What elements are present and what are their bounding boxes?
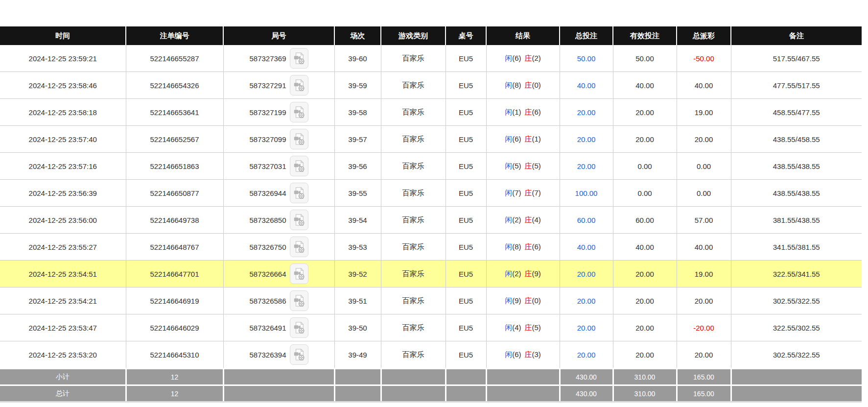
table-header: 时间 注单编号 局号 场次 游戏类别 桌号 结果 总投注 有效投注 总派彩 备注 bbox=[0, 26, 862, 45]
result-player-score: (8) bbox=[512, 81, 521, 89]
cell-result: 闲(6)庄(2) bbox=[486, 45, 560, 72]
table-row[interactable]: 2024-12-25 23:54:51 522146647701 5873266… bbox=[0, 261, 862, 287]
cell-bet-id: 522146646919 bbox=[126, 287, 223, 314]
total-label: 总计 bbox=[0, 385, 126, 402]
cell-time: 2024-12-25 23:53:47 bbox=[0, 314, 126, 341]
col-header-result: 结果 bbox=[486, 26, 560, 45]
table-row[interactable]: 2024-12-25 23:53:47 522146646029 5873264… bbox=[0, 314, 862, 341]
cell-result: 闲(2)庄(4) bbox=[486, 207, 560, 234]
video-replay-button[interactable] bbox=[290, 75, 308, 96]
video-replay-button[interactable] bbox=[290, 263, 308, 284]
result-banker-score: (3) bbox=[532, 350, 541, 359]
cell-remark: 477.55/517.55 bbox=[731, 72, 862, 99]
result-banker-score: (0) bbox=[532, 81, 541, 89]
cell-valid-bet: 20.00 bbox=[613, 287, 677, 314]
video-replay-button[interactable] bbox=[290, 102, 308, 122]
round-number: 587327291 bbox=[249, 81, 286, 90]
table-row[interactable]: 2024-12-25 23:57:16 522146651863 5873270… bbox=[0, 153, 862, 180]
video-replay-icon bbox=[293, 267, 305, 281]
cell-remark: 341.55/381.55 bbox=[731, 234, 862, 261]
table-row[interactable]: 2024-12-25 23:59:21 522146655287 5873273… bbox=[0, 45, 862, 72]
video-replay-button[interactable] bbox=[290, 156, 308, 176]
round-number: 587326850 bbox=[249, 216, 286, 224]
cell-payout: 40.00 bbox=[677, 72, 731, 99]
result-banker-score: (9) bbox=[532, 269, 541, 278]
result-banker-label: 庄 bbox=[525, 323, 532, 332]
subtotal-empty-result bbox=[486, 369, 560, 385]
cell-game-type: 百家乐 bbox=[381, 341, 446, 369]
video-replay-icon bbox=[293, 159, 305, 173]
cell-valid-bet: 40.00 bbox=[613, 72, 677, 99]
cell-bet-id: 522146646029 bbox=[126, 314, 223, 341]
video-replay-button[interactable] bbox=[290, 237, 308, 257]
cell-time: 2024-12-25 23:54:51 bbox=[0, 261, 126, 287]
cell-game-type: 百家乐 bbox=[381, 72, 446, 99]
cell-table-no: EU5 bbox=[446, 261, 486, 287]
cell-bet-id: 522146655287 bbox=[126, 45, 223, 72]
table-row[interactable]: 2024-12-25 23:57:40 522146652567 5873270… bbox=[0, 126, 862, 153]
cell-table-no: EU5 bbox=[446, 45, 486, 72]
result-player-label: 闲 bbox=[505, 189, 512, 197]
cell-time: 2024-12-25 23:57:16 bbox=[0, 153, 126, 180]
cell-payout: 40.00 bbox=[677, 234, 731, 261]
result-banker-label: 庄 bbox=[525, 189, 532, 197]
cell-session: 39-56 bbox=[334, 153, 381, 180]
video-replay-button[interactable] bbox=[290, 317, 308, 338]
table-row[interactable]: 2024-12-25 23:56:00 522146649738 5873268… bbox=[0, 207, 862, 234]
round-number: 587327369 bbox=[249, 54, 286, 63]
cell-round: 587326491 bbox=[223, 314, 334, 341]
video-replay-icon bbox=[293, 78, 305, 92]
cell-payout: 19.00 bbox=[677, 99, 731, 126]
cell-total-bet: 60.00 bbox=[560, 207, 613, 234]
table-row[interactable]: 2024-12-25 23:58:46 522146654326 5873272… bbox=[0, 72, 862, 99]
result-player-label: 闲 bbox=[505, 296, 512, 305]
cell-total-bet: 20.00 bbox=[560, 126, 613, 153]
result-player-label: 闲 bbox=[505, 162, 512, 170]
cell-game-type: 百家乐 bbox=[381, 99, 446, 126]
col-header-valid-bet: 有效投注 bbox=[613, 26, 677, 45]
video-replay-icon bbox=[293, 348, 305, 361]
result-banker-score: (2) bbox=[532, 54, 541, 62]
video-replay-button[interactable] bbox=[290, 48, 308, 69]
cell-bet-id: 522146654326 bbox=[126, 72, 223, 99]
video-replay-button[interactable] bbox=[290, 344, 308, 365]
total-payout: 165.00 bbox=[677, 385, 731, 402]
round-number: 587326491 bbox=[249, 324, 286, 332]
cell-session: 39-59 bbox=[334, 72, 381, 99]
table-row[interactable]: 2024-12-25 23:58:18 522146653641 5873271… bbox=[0, 99, 862, 126]
table-row[interactable]: 2024-12-25 23:56:39 522146650877 5873269… bbox=[0, 180, 862, 207]
cell-bet-id: 522146650877 bbox=[126, 180, 223, 207]
subtotal-total-bet: 430.00 bbox=[560, 369, 613, 385]
cell-bet-id: 522146647701 bbox=[126, 261, 223, 287]
cell-bet-id: 522146645310 bbox=[126, 341, 223, 369]
cell-result: 闲(1)庄(6) bbox=[486, 99, 560, 126]
cell-total-bet: 20.00 bbox=[560, 341, 613, 369]
cell-time: 2024-12-25 23:54:21 bbox=[0, 287, 126, 314]
cell-time: 2024-12-25 23:57:40 bbox=[0, 126, 126, 153]
total-total-bet: 430.00 bbox=[560, 385, 613, 402]
cell-session: 39-49 bbox=[334, 341, 381, 369]
result-player-label: 闲 bbox=[505, 215, 512, 224]
cell-session: 39-51 bbox=[334, 287, 381, 314]
video-replay-icon bbox=[293, 294, 305, 308]
cell-session: 39-54 bbox=[334, 207, 381, 234]
cell-result: 闲(9)庄(0) bbox=[486, 287, 560, 314]
cell-valid-bet: 20.00 bbox=[613, 314, 677, 341]
table-row[interactable]: 2024-12-25 23:53:20 522146645310 5873263… bbox=[0, 341, 862, 369]
video-replay-button[interactable] bbox=[290, 290, 308, 311]
cell-game-type: 百家乐 bbox=[381, 153, 446, 180]
col-header-payout: 总派彩 bbox=[677, 26, 731, 45]
cell-result: 闲(5)庄(5) bbox=[486, 153, 560, 180]
result-player-label: 闲 bbox=[505, 269, 512, 278]
col-header-remark: 备注 bbox=[731, 26, 862, 45]
result-banker-label: 庄 bbox=[525, 108, 532, 116]
table-row[interactable]: 2024-12-25 23:55:27 522146648767 5873267… bbox=[0, 234, 862, 261]
cell-remark: 302.55/322.55 bbox=[731, 287, 862, 314]
video-replay-button[interactable] bbox=[290, 210, 308, 230]
cell-bet-id: 522146653641 bbox=[126, 99, 223, 126]
table-row[interactable]: 2024-12-25 23:54:21 522146646919 5873265… bbox=[0, 287, 862, 314]
video-replay-button[interactable] bbox=[290, 129, 308, 149]
video-replay-button[interactable] bbox=[290, 183, 308, 203]
video-replay-icon bbox=[293, 132, 305, 146]
result-player-score: (7) bbox=[512, 189, 521, 197]
